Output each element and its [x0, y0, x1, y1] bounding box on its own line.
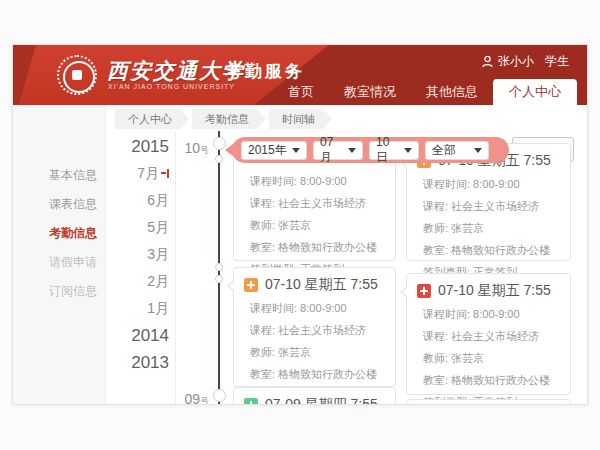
- breadcrumb-personal-center[interactable]: 个人中心: [115, 109, 180, 129]
- timeline-dot: [215, 263, 223, 271]
- card-field: 教室: 格物致知行政办公楼: [407, 369, 570, 391]
- sidebar-item-attendance[interactable]: 考勤信息: [13, 219, 105, 248]
- university-logo-icon: [57, 55, 97, 95]
- timeline-dot: [215, 275, 223, 283]
- nav-item-personal-center[interactable]: 个人中心: [493, 79, 577, 105]
- timeline-year[interactable]: 2015: [109, 133, 169, 160]
- attendance-card[interactable]: 07-10 星期五 7:55 课程时间: 8:00-9:00 课程: 社会主义市…: [406, 273, 571, 395]
- day-label-10[interactable]: 10号: [171, 140, 209, 157]
- card-field: 教师: 张芸京: [234, 341, 395, 363]
- active-month-marker-icon: [161, 168, 169, 178]
- card-field: 课程: 社会主义市场经济: [234, 192, 395, 214]
- card-field: 课程: 社会主义市场经济: [407, 195, 570, 217]
- year-select[interactable]: 2015年: [241, 141, 307, 160]
- card-field: 课程时间: 8:00-9:00: [234, 297, 395, 319]
- sidebar-item-basic-info[interactable]: 基本信息: [13, 161, 105, 190]
- status-icon-late: [244, 278, 258, 292]
- card-field: 课程时间: 8:00-9:00: [407, 303, 570, 325]
- timeline-year[interactable]: 2014: [109, 322, 169, 349]
- nav-item-classrooms[interactable]: 教室情况: [329, 79, 411, 105]
- sidebar: 基本信息 课表信息 考勤信息 请假申请 订阅信息: [13, 105, 106, 404]
- timeline-year[interactable]: 2013: [109, 349, 169, 376]
- attendance-card[interactable]: 07-10 星期五 7:55 课程时间: 8:00-9:00 课程: 社会主义市…: [233, 267, 396, 387]
- user-info[interactable]: 张小小 学生: [482, 53, 569, 70]
- breadcrumb: 个人中心 考勤信息 时间轴: [115, 109, 335, 129]
- sidebar-item-subscription[interactable]: 订阅信息: [13, 277, 105, 306]
- card-title: 07-10 星期五 7:55: [265, 276, 378, 294]
- attendance-card-partial[interactable]: [406, 399, 571, 405]
- user-icon: [482, 56, 493, 68]
- card-field: 教室: 格物致知行政办公楼: [234, 236, 395, 258]
- card-field: 教室: 格物致知行政办公楼: [407, 239, 570, 261]
- caret-down-icon: [292, 148, 300, 153]
- timeline-month[interactable]: 2月: [109, 268, 169, 295]
- university-name-en: XI'AN JIAO TONG UNIVERSITY: [108, 83, 235, 90]
- day-label-09[interactable]: 09号: [171, 391, 209, 405]
- timeline-month[interactable]: 5月: [109, 214, 169, 241]
- card-field: 教室: 格物致知行政办公楼: [234, 363, 395, 385]
- nav-item-other[interactable]: 其他信息: [411, 79, 493, 105]
- column-divider: [175, 131, 176, 404]
- header: 西安交通大学 XI'AN JIAO TONG UNIVERSITY 考勤服务 张…: [13, 45, 587, 105]
- card-title: 07-10 星期五 7:55: [438, 282, 551, 300]
- caret-down-icon: [404, 148, 412, 153]
- card-field: 课程时间: 8:00-9:00: [407, 173, 570, 195]
- timeline-month[interactable]: 1月: [109, 295, 169, 322]
- breadcrumb-attendance[interactable]: 考勤信息: [192, 109, 257, 129]
- sidebar-item-leave-request[interactable]: 请假申请: [13, 248, 105, 277]
- app-window: 西安交通大学 XI'AN JIAO TONG UNIVERSITY 考勤服务 张…: [12, 44, 588, 405]
- card-field: 教师: 张芸京: [407, 347, 570, 369]
- timeline-dot-day09[interactable]: [213, 389, 226, 402]
- card-field: 课程: 社会主义市场经济: [407, 325, 570, 347]
- nav-item-home[interactable]: 首页: [273, 79, 329, 105]
- type-select[interactable]: 全部: [425, 141, 489, 160]
- timeline-month[interactable]: 6月: [109, 187, 169, 214]
- timeline-month[interactable]: 3月: [109, 241, 169, 268]
- month-select[interactable]: 07月: [313, 141, 363, 160]
- timeline-dot: [215, 155, 223, 163]
- card-field: 教师: 张芸京: [234, 214, 395, 236]
- timeline-year-column: 2015 7月 6月 5月 3月 2月 1月 2014 2013: [109, 133, 169, 376]
- filter-bar: 2015年 07月 10日 全部: [232, 137, 509, 163]
- timeline-month-active[interactable]: 7月: [109, 160, 169, 187]
- caret-down-icon: [474, 148, 482, 153]
- status-icon-normal: [244, 398, 258, 405]
- card-field: 教师: 张芸京: [407, 217, 570, 239]
- day-select[interactable]: 10日: [369, 141, 419, 160]
- attendance-card[interactable]: 07-09 星期四 7:55: [233, 387, 396, 405]
- caret-down-icon: [348, 148, 356, 153]
- user-role: 学生: [545, 53, 569, 70]
- user-name: 张小小: [498, 53, 534, 70]
- status-icon-absent: [417, 284, 431, 298]
- card-field: 课程: 社会主义市场经济: [234, 319, 395, 341]
- breadcrumb-timeline[interactable]: 时间轴: [269, 109, 323, 129]
- sidebar-item-timetable[interactable]: 课表信息: [13, 190, 105, 219]
- main-nav: 首页 教室情况 其他信息 个人中心: [273, 79, 577, 105]
- card-field: 课程时间: 8:00-9:00: [234, 170, 395, 192]
- card-title: 07-09 星期四 7:55: [265, 396, 378, 405]
